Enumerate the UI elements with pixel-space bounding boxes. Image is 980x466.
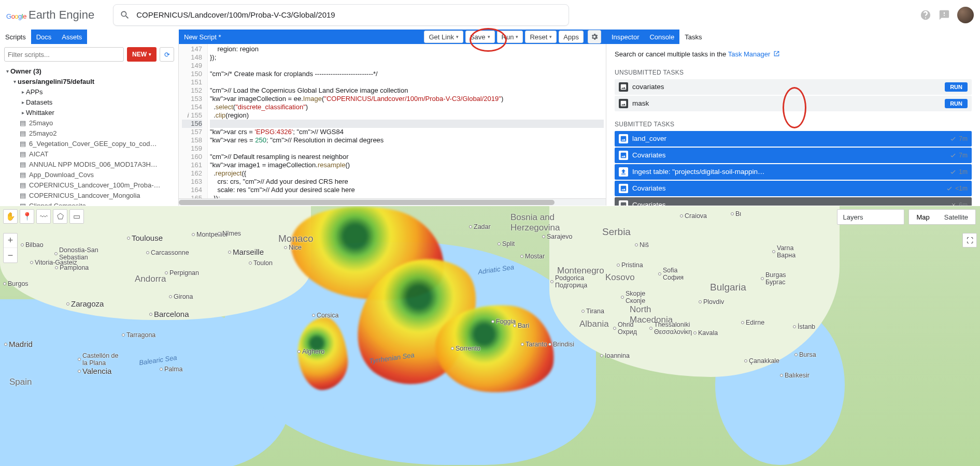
- tree-folder[interactable]: ▸APPs: [2, 86, 178, 97]
- task-age: 1m: [949, 168, 968, 176]
- map-city-label: Carcassonne: [146, 249, 189, 256]
- hand-tool-icon[interactable]: ✋: [3, 209, 18, 224]
- map-city-label: VarnaВарна: [772, 244, 796, 259]
- tree-file[interactable]: ▤25mayo2: [2, 128, 178, 138]
- map-city-label: Bari: [513, 322, 529, 329]
- tasks-panel: Search or cancel multiple tasks in the T…: [606, 44, 980, 206]
- zoom-out-button[interactable]: −: [4, 248, 17, 263]
- tab-docs[interactable]: Docs: [31, 30, 57, 44]
- map-city-label: Marseille: [228, 247, 264, 256]
- tree-file[interactable]: ▤COPERNICUS_Landcover_100m_Proba-…: [2, 180, 178, 190]
- apps-button[interactable]: Apps: [559, 31, 584, 43]
- scripts-panel: NEW ⟳ ▾Owner (3)▾users/angelini75/defaul…: [0, 44, 179, 206]
- tree-folder[interactable]: ▸Datasets: [2, 97, 178, 107]
- rect-tool-icon[interactable]: ▭: [69, 209, 84, 224]
- tree-repo[interactable]: ▾users/angelini75/default: [2, 76, 178, 86]
- maptype-toggle[interactable]: Map Satellite: [908, 209, 976, 225]
- map-city-label: Barcelona: [149, 310, 189, 318]
- map-city-label: Edirne: [741, 319, 764, 326]
- tree-file[interactable]: ▤Clipped Composite: [2, 200, 178, 206]
- save-button[interactable]: Save: [465, 31, 495, 43]
- run-button[interactable]: Run: [497, 31, 523, 43]
- tab-inspector[interactable]: Inspector: [606, 30, 644, 44]
- polygon-tool-icon[interactable]: ⬠: [53, 209, 67, 224]
- fullscreen-icon[interactable]: ⛶: [962, 233, 977, 247]
- feedback-icon[interactable]: [936, 7, 952, 23]
- task-unsubmitted[interactable]: mask RUN: [615, 96, 972, 111]
- task-submitted[interactable]: Covariates 7m: [615, 148, 972, 163]
- map-city-label: Perpignan: [165, 269, 199, 276]
- map-city-label: BurgasБургас: [761, 271, 786, 286]
- avatar[interactable]: [957, 7, 974, 23]
- logo[interactable]: Google Earth Engine: [6, 8, 100, 22]
- new-script-button[interactable]: NEW: [127, 47, 157, 62]
- reload-icon[interactable]: ⟳: [160, 47, 174, 62]
- map-city-label: OhridОхрид: [613, 321, 637, 336]
- image-icon: [619, 82, 628, 92]
- maptype-map[interactable]: Map: [909, 210, 936, 224]
- task-submitted[interactable]: land_cover 7m: [615, 131, 972, 147]
- tree-file[interactable]: ▤AICAT: [2, 149, 178, 159]
- tree-folder[interactable]: ▸Whittaker: [2, 107, 178, 118]
- zoom-control[interactable]: + −: [3, 233, 18, 263]
- task-name: Ingest table: "projects/digital-soil-map…: [632, 168, 949, 176]
- map-city-label: Sorrento: [451, 345, 480, 352]
- line-tool-icon[interactable]: 〰: [36, 209, 51, 224]
- tree-file[interactable]: ▤6_Vegetation_Cover_GEE_copy_to_cod…: [2, 138, 178, 149]
- map-city-label: Craiova: [680, 212, 707, 220]
- map-city-label: Niš: [635, 241, 649, 249]
- submitted-header: SUBMITTED TASKS: [615, 121, 972, 128]
- map-country-label: Spain: [9, 377, 32, 387]
- image-icon: [619, 134, 628, 143]
- getlink-button[interactable]: Get Link: [424, 31, 463, 43]
- reset-button[interactable]: Reset: [525, 31, 557, 43]
- map-city-label: Zadar: [469, 223, 491, 230]
- scripts-filter-input[interactable]: [4, 47, 124, 62]
- task-name: land_cover: [632, 135, 949, 142]
- code-editor[interactable]: 147148149150151152153154i155156157158159…: [179, 44, 606, 206]
- map-city-label: Taranto: [521, 341, 547, 348]
- image-icon: [619, 99, 628, 108]
- task-submitted[interactable]: Ingest table: "projects/digital-soil-map…: [615, 164, 972, 180]
- zoom-in-button[interactable]: +: [4, 234, 17, 248]
- task-submitted[interactable]: Covariates 6m: [615, 197, 972, 206]
- gear-icon[interactable]: [588, 30, 601, 43]
- map-city-label: Βι: [731, 210, 741, 217]
- task-name: Covariates: [632, 201, 950, 206]
- map-city-label: Plovdiv: [699, 298, 724, 305]
- task-manager-link[interactable]: Task Manager: [728, 50, 780, 58]
- map-city-label: Toulouse: [127, 234, 163, 242]
- map-city-label: SofiaСофия: [658, 267, 684, 281]
- tab-assets[interactable]: Assets: [56, 30, 87, 44]
- tree-file[interactable]: ▤App_Download_Covs: [2, 169, 178, 180]
- editor-scrollbar[interactable]: [179, 198, 606, 206]
- help-icon[interactable]: [918, 7, 933, 23]
- tasks-hint: Search or cancel multiple tasks in the T…: [615, 49, 972, 60]
- maptype-satellite[interactable]: Satellite: [937, 210, 975, 224]
- tab-tasks[interactable]: Tasks: [679, 30, 707, 44]
- tab-console[interactable]: Console: [644, 30, 679, 44]
- map-canvas[interactable]: ✋ 📍 〰 ⬠ ▭ + − Layers Map Satellite ⛶ And…: [0, 206, 980, 466]
- task-submitted[interactable]: Covariates <1m: [615, 181, 972, 196]
- layers-button[interactable]: Layers: [837, 209, 904, 225]
- tree-file[interactable]: ▤COPERNICUS_Landcover_Mongolia: [2, 190, 178, 200]
- search-bar[interactable]: [113, 4, 569, 26]
- map-city-label: SkopjeСкопје: [621, 290, 645, 304]
- map-city-label: Bilbao: [21, 241, 44, 249]
- tree-owner[interactable]: ▾Owner (3): [2, 66, 178, 76]
- tree-file[interactable]: ▤ANNUAL NPP MODIS_006_MOD17A3H…: [2, 159, 178, 169]
- image-icon: [619, 200, 628, 206]
- map-city-label: Pristina: [617, 261, 643, 269]
- map-city-label: Brindisi: [548, 341, 574, 348]
- point-tool-icon[interactable]: 📍: [20, 209, 34, 224]
- external-link-icon: [773, 50, 780, 57]
- map-city-label: Tarragona: [122, 331, 155, 339]
- task-unsubmitted[interactable]: covariates RUN: [615, 79, 972, 95]
- map-city-label: Girona: [169, 293, 193, 300]
- search-input[interactable]: [136, 10, 562, 19]
- map-city-label: Split: [498, 240, 515, 247]
- task-run-button[interactable]: RUN: [945, 82, 968, 92]
- task-run-button[interactable]: RUN: [945, 99, 968, 108]
- tab-scripts[interactable]: Scripts: [0, 30, 31, 44]
- tree-file[interactable]: ▤25mayo: [2, 118, 178, 128]
